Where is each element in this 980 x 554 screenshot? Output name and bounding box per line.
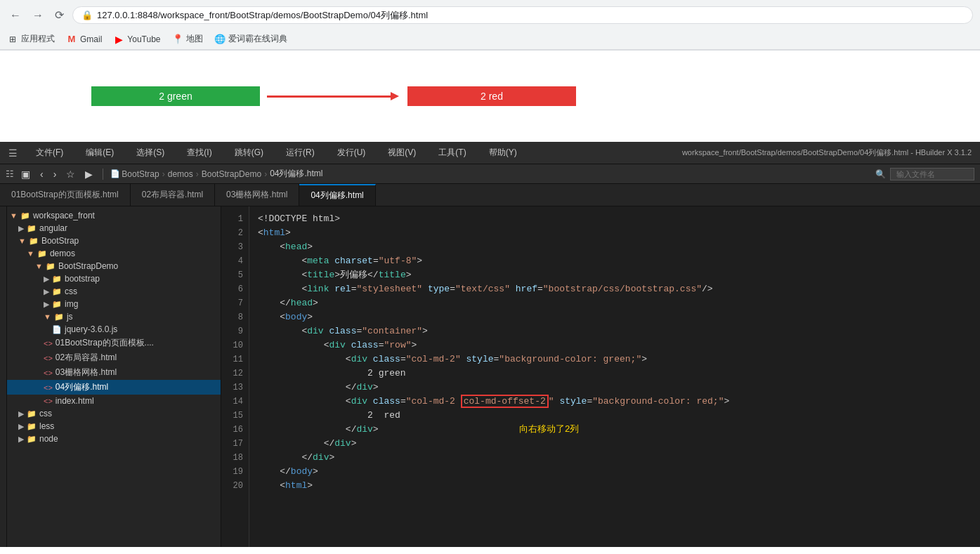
tree-item-angular[interactable]: ▶ 📁 angular: [7, 222, 221, 235]
dict-icon: 🌐: [214, 34, 226, 45]
tab-04offset[interactable]: 04列偏移.html: [299, 184, 375, 206]
toolbar-icon1: ☷: [6, 169, 14, 179]
browser-chrome: ← → ⟳ 🔒 ⊞ 应用程式 M Gmail ▶ YouTube 📍 地图 🌐 …: [0, 0, 980, 51]
menu-tools[interactable]: 工具(T): [434, 144, 470, 161]
tree-item-bs-sub[interactable]: ▶ 📁 bootstrap: [7, 272, 221, 285]
tree-label-css-top: css: [39, 409, 52, 418]
folder-icon-node: 📁: [27, 435, 37, 444]
toolbar-back[interactable]: ‹: [37, 167, 46, 181]
code-line-6: <link rel="stylesheet" type="text/css" h…: [258, 282, 980, 296]
tree-item-js-sub[interactable]: ▼ 📁 js: [7, 310, 221, 323]
tree-item-css-sub[interactable]: ▶ 📁 css: [7, 285, 221, 298]
folder-collapse-icon-bsdemo: ▼: [35, 262, 43, 270]
line-num-20: 20: [221, 479, 249, 493]
left-strip: [0, 206, 7, 547]
line-num-11: 11: [221, 352, 249, 367]
menu-help[interactable]: 帮助(Y): [485, 144, 521, 161]
tree-item-workspace[interactable]: ▼ 📁 workspace_front: [7, 209, 221, 222]
menu-publish[interactable]: 发行(U): [333, 144, 370, 161]
tree-item-bootstrapdemo[interactable]: ▼ 📁 BootStrapDemo: [7, 260, 221, 272]
tree-label-js-sub: js: [67, 312, 73, 322]
tree-label-demos: demos: [50, 249, 75, 258]
tree-item-03grid[interactable]: <> 03栅格网格.html: [7, 365, 221, 380]
forward-button[interactable]: →: [30, 6, 46, 25]
tree-label-css-sub: css: [65, 286, 77, 296]
code-line-4: <meta charset="utf-8">: [258, 254, 980, 268]
tree-item-01bs[interactable]: <> 01BootStrap的页面模板....: [7, 336, 221, 350]
browser-nav: ← → ⟳ 🔒: [0, 0, 980, 30]
tree-label-index: index.html: [55, 396, 94, 406]
tree-label-04offset: 04列偏移.html: [55, 381, 108, 393]
code-line-18: </div>: [258, 451, 980, 465]
tab-03grid[interactable]: 03栅格网格.html: [215, 184, 299, 206]
tree-label-img-sub: img: [65, 299, 78, 309]
file-icon-04: <>: [44, 383, 53, 392]
toolbar-play[interactable]: ▶: [82, 167, 96, 181]
menu-edit[interactable]: 编辑(E): [81, 144, 118, 161]
tree-label-bootstrap: BootStrap: [41, 236, 79, 246]
ide-title: workspace_front/BootStrap/demos/BootStra…: [682, 147, 972, 158]
bookmark-youtube-label: YouTube: [127, 34, 160, 44]
code-area[interactable]: 1 2 3 4 5 6 7 8 9 10 11 12 13 14 15 16 1…: [221, 206, 980, 547]
code-line-19: </body>: [258, 465, 980, 479]
bookmark-apps[interactable]: ⊞ 应用程式: [7, 33, 55, 45]
breadcrumb-1[interactable]: demos: [168, 169, 193, 179]
menu-find[interactable]: 查找(I): [183, 144, 216, 161]
lock-icon: 🔒: [81, 10, 93, 20]
breadcrumb-root[interactable]: BootStrap: [122, 169, 159, 179]
bookmark-maps-label: 地图: [186, 33, 203, 45]
back-button[interactable]: ←: [7, 6, 24, 25]
tree-item-index[interactable]: <> index.html: [7, 395, 221, 407]
ide-toolbar: ☷ ▣ ‹ › ☆ ▶ 📄 BootStrap › demos › BootSt…: [0, 164, 980, 184]
code-line-10: <div class="row">: [258, 338, 980, 352]
tree-item-css-top[interactable]: ▶ 📁 css: [7, 407, 221, 420]
toolbar-star[interactable]: ☆: [63, 167, 78, 181]
code-line-20: <html>: [258, 479, 980, 493]
preview-green-block: 2 green: [91, 86, 260, 106]
tree-item-04offset[interactable]: <> 04列偏移.html: [7, 380, 221, 395]
menu-view[interactable]: 视图(V): [384, 144, 420, 161]
menu-file[interactable]: 文件(F): [32, 144, 67, 161]
tree-item-node-top[interactable]: ▶ 📁 node: [7, 433, 221, 445]
tree-item-bootstrap[interactable]: ▼ 📁 BootStrap: [7, 235, 221, 247]
bookmark-gmail[interactable]: M Gmail: [66, 34, 102, 45]
tree-label-01bs: 01BootStrap的页面模板....: [55, 337, 154, 349]
folder-icon-less: 📁: [27, 422, 37, 431]
breadcrumb-3[interactable]: 04列偏移.html: [270, 168, 322, 180]
address-bar[interactable]: 🔒: [72, 6, 973, 24]
folder-expand-icon-less: ▶: [18, 422, 24, 431]
folder-expand-icon-img: ▶: [44, 300, 49, 309]
toolbar-fwd[interactable]: ›: [51, 167, 60, 181]
tree-item-demos[interactable]: ▼ 📁 demos: [7, 247, 221, 260]
folder-expand-icon-bs: ▶: [44, 275, 49, 284]
tree-label-workspace: workspace_front: [33, 211, 95, 220]
line-num-15: 15: [221, 409, 249, 423]
tree-item-less-top[interactable]: ▶ 📁 less: [7, 420, 221, 433]
line-num-7: 7: [221, 296, 249, 310]
bookmark-youtube[interactable]: ▶ YouTube: [113, 34, 160, 45]
ide-left-icon: ☰: [8, 147, 18, 159]
bookmark-dict[interactable]: 🌐 爱词霸在线词典: [214, 33, 287, 45]
breadcrumb-2[interactable]: BootStrapDemo: [202, 169, 261, 179]
menu-run[interactable]: 运行(R): [282, 144, 319, 161]
reload-button[interactable]: ⟳: [52, 6, 67, 25]
search-icon: 🔍: [875, 169, 886, 179]
url-input[interactable]: [97, 10, 964, 20]
tree-item-img-sub[interactable]: ▶ 📁 img: [7, 298, 221, 310]
tab-02layout[interactable]: 02布局容器.html: [131, 184, 215, 206]
tree-item-jquery[interactable]: 📄 jquery-3.6.0.js: [7, 323, 221, 336]
tree-label-less: less: [39, 421, 54, 431]
menu-select[interactable]: 选择(S): [132, 144, 169, 161]
tree-item-02layout[interactable]: <> 02布局容器.html: [7, 350, 221, 365]
folder-expand-icon-node: ▶: [18, 435, 24, 444]
toolbar-new[interactable]: ▣: [18, 167, 33, 181]
file-search-input[interactable]: [890, 168, 974, 180]
line-num-9: 9: [221, 324, 249, 338]
preview-red-block: 2 red: [407, 86, 576, 106]
bookmark-maps[interactable]: 📍 地图: [172, 33, 203, 45]
folder-icon-angular: 📁: [27, 224, 37, 233]
menu-jump[interactable]: 跳转(G): [230, 144, 268, 161]
file-icon-02: <>: [44, 354, 53, 362]
tab-01bootstrap[interactable]: 01BootStrap的页面模板.html: [0, 184, 131, 206]
line-num-14: 14: [221, 395, 249, 409]
